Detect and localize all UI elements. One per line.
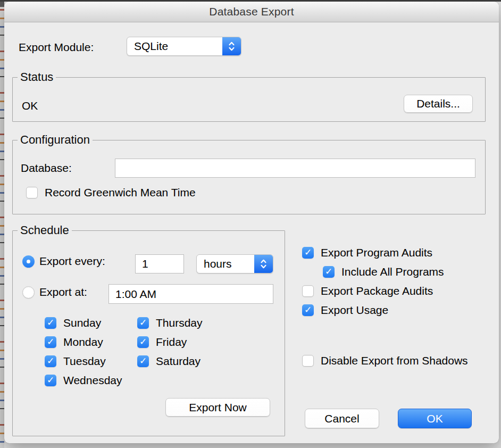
export-program-audits-row[interactable]: Export Program Audits (302, 243, 444, 262)
thursday-row[interactable]: Thursday (137, 313, 203, 333)
export-program-audits-label: Export Program Audits (321, 246, 432, 259)
disable-shadows-label: Disable Export from Shadows (321, 354, 468, 367)
export-module-select[interactable]: SQLite (127, 37, 241, 56)
interval-value-input[interactable] (135, 254, 184, 273)
export-usage-label: Export Usage (321, 304, 388, 317)
include-all-programs-row[interactable]: Include All Programs (323, 262, 444, 281)
wednesday-label: Wednesday (63, 374, 122, 387)
friday-label: Friday (156, 336, 187, 349)
database-path-input[interactable] (115, 159, 475, 178)
status-group: Status OK Details... (12, 77, 486, 122)
configuration-group-legend: Configuration (18, 133, 93, 147)
export-usage-row[interactable]: Export Usage (302, 301, 444, 320)
export-program-audits-checkbox[interactable] (302, 247, 314, 259)
friday-row[interactable]: Friday (137, 333, 203, 352)
export-usage-checkbox[interactable] (302, 304, 314, 316)
status-value: OK (22, 99, 38, 112)
export-package-audits-label: Export Package Audits (321, 285, 433, 297)
export-module-value: SQLite (127, 40, 222, 53)
status-group-legend: Status (18, 70, 56, 84)
schedule-group: Schedule Export every: hours Export at: … (12, 230, 285, 436)
details-button-label: Details... (416, 97, 460, 110)
disable-shadows-wrap: Disable Export from Shadows (302, 351, 468, 370)
export-time-input[interactable] (108, 284, 273, 304)
wednesday-checkbox[interactable] (45, 375, 56, 386)
ok-button-label: OK (427, 412, 442, 425)
export-package-audits-row[interactable]: Export Package Audits (302, 281, 444, 301)
sunday-row[interactable]: Sunday (45, 313, 122, 333)
details-button[interactable]: Details... (404, 95, 473, 113)
dialog-titlebar[interactable]: Database Export (4, 2, 499, 22)
export-package-audits-checkbox[interactable] (302, 285, 314, 297)
interval-unit-select[interactable]: hours (196, 254, 273, 273)
tuesday-row[interactable]: Tuesday (45, 352, 122, 371)
export-now-button[interactable]: Export Now (165, 398, 270, 417)
schedule-group-legend: Schedule (18, 223, 72, 237)
include-all-programs-label: Include All Programs (341, 266, 444, 278)
export-at-label: Export at: (39, 286, 87, 298)
tuesday-label: Tuesday (63, 355, 106, 368)
dialog-title: Database Export (209, 5, 294, 18)
chevron-updown-icon (222, 37, 241, 55)
monday-label: Monday (63, 336, 103, 349)
export-every-radio[interactable] (22, 255, 35, 268)
export-every-row[interactable]: Export every: (22, 253, 105, 269)
record-gmt-row[interactable]: Record Greenwich Mean Time (26, 183, 196, 202)
record-gmt-label: Record Greenwich Mean Time (45, 186, 196, 199)
friday-checkbox[interactable] (137, 336, 149, 348)
export-at-row[interactable]: Export at: (22, 284, 87, 300)
configuration-group: Configuration Database: Record Greenwich… (12, 140, 486, 214)
monday-checkbox[interactable] (45, 336, 56, 348)
cancel-button-label: Cancel (324, 412, 359, 425)
thursday-label: Thursday (156, 317, 203, 329)
cancel-button[interactable]: Cancel (305, 409, 379, 428)
sunday-label: Sunday (63, 317, 101, 329)
background-window-titlebar-fragment (0, 2, 4, 7)
chevron-updown-icon (254, 255, 273, 273)
export-at-radio[interactable] (22, 286, 35, 298)
record-gmt-checkbox[interactable] (26, 187, 38, 198)
days-column-2: ThursdayFridaySaturday (137, 313, 203, 371)
monday-row[interactable]: Monday (45, 333, 122, 352)
saturday-row[interactable]: Saturday (137, 352, 203, 371)
interval-unit-value: hours (197, 258, 254, 270)
include-all-programs-checkbox[interactable] (323, 266, 335, 278)
export-every-label: Export every: (39, 255, 105, 268)
export-module-label: Export Module: (19, 41, 94, 54)
background-window-sliver (0, 2, 4, 448)
days-column-1: SundayMondayTuesdayWednesday (45, 313, 122, 390)
database-label: Database: (21, 162, 72, 175)
export-options-list: Export Program AuditsInclude All Program… (302, 243, 444, 320)
sunday-checkbox[interactable] (45, 317, 56, 329)
wednesday-row[interactable]: Wednesday (45, 371, 122, 390)
thursday-checkbox[interactable] (137, 317, 149, 329)
disable-shadows-checkbox[interactable] (302, 355, 314, 367)
tuesday-checkbox[interactable] (45, 355, 56, 367)
saturday-checkbox[interactable] (137, 355, 149, 367)
export-now-button-label: Export Now (189, 401, 247, 414)
saturday-label: Saturday (156, 355, 201, 368)
database-export-dialog: Database Export Export Module: SQLite St… (4, 2, 499, 443)
disable-shadows-row[interactable]: Disable Export from Shadows (302, 351, 468, 370)
ok-button[interactable]: OK (398, 409, 472, 428)
